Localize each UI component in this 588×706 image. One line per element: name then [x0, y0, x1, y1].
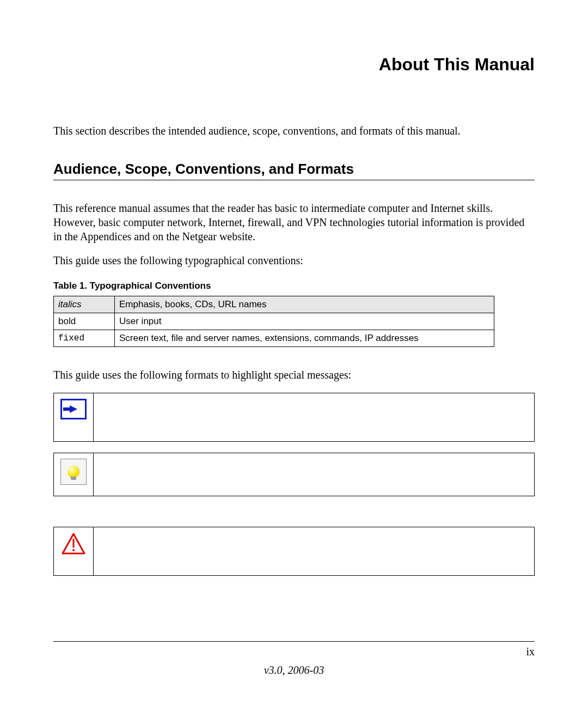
paragraph-1: This reference manual assumes that the r… [53, 201, 535, 244]
warning-callout [53, 527, 535, 576]
cell-fixed-label: fixed [54, 330, 115, 347]
svg-point-2 [72, 549, 75, 551]
cell-bold-label: bold [54, 313, 115, 330]
page: About This Manual This section describes… [0, 0, 588, 706]
warning-icon-cell [54, 527, 94, 575]
intro-paragraph: This section describes the intended audi… [53, 124, 535, 138]
paragraph-2: This guide uses the following typographi… [53, 253, 535, 267]
cell-fixed-desc: Screen text, file and server names, exte… [115, 330, 494, 347]
note-icon-cell [54, 393, 94, 441]
table-caption: Table 1. Typographical Conventions [53, 281, 535, 291]
table-row: italics Emphasis, books, CDs, URL names [54, 296, 494, 313]
cell-bold-desc: User input [115, 313, 494, 330]
tip-content [94, 470, 534, 479]
warning-content [94, 547, 534, 556]
note-content [94, 413, 534, 422]
section-rule [53, 180, 535, 180]
cell-italics-label: italics [54, 296, 115, 313]
table-row: fixed Screen text, file and server names… [54, 330, 494, 347]
conventions-table: italics Emphasis, books, CDs, URL names … [53, 296, 494, 347]
tip-callout [53, 453, 535, 496]
paragraph-3: This guide uses the following formats to… [53, 368, 535, 382]
section-heading: Audience, Scope, Conventions, and Format… [53, 161, 535, 178]
page-title: About This Manual [53, 54, 535, 75]
table-row: bold User input [54, 313, 494, 330]
page-number: ix [526, 646, 535, 658]
note-callout [53, 393, 535, 442]
warning-icon [62, 533, 85, 555]
lightbulb-icon [60, 459, 87, 485]
version-footer: v3.0, 2006-03 [0, 664, 588, 677]
arrow-right-icon [60, 399, 87, 419]
footer-rule [53, 641, 535, 642]
tip-icon-cell [54, 453, 94, 496]
cell-italics-desc: Emphasis, books, CDs, URL names [115, 296, 494, 313]
